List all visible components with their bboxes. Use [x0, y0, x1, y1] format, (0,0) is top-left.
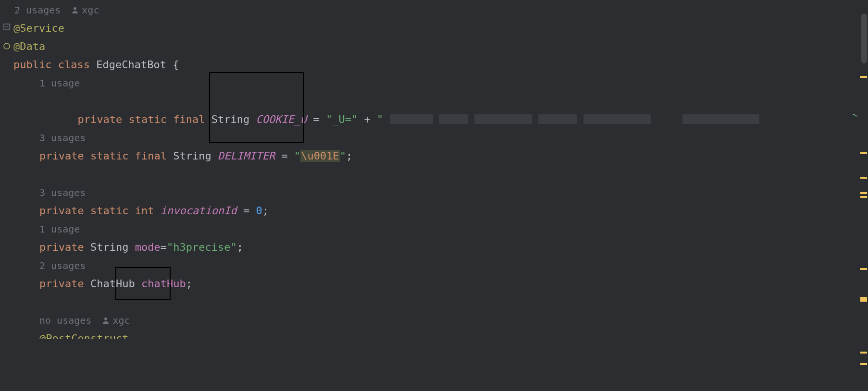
code-line[interactable]: private static final String DELIMITER = … [13, 147, 868, 165]
warning-marker[interactable] [860, 76, 867, 78]
person-icon [71, 6, 79, 14]
inlay-hint: 3 usages [13, 183, 868, 202]
squiggle-icon [853, 108, 857, 112]
inlay-hint: 3 usages [13, 129, 868, 147]
svg-point-3 [74, 7, 76, 10]
author-hint: xgc [71, 1, 99, 19]
class-icon[interactable] [3, 40, 11, 48]
svg-point-4 [104, 318, 107, 320]
svg-point-2 [4, 43, 10, 49]
code-editor[interactable]: 2 usages xgc @Service @Data public class… [0, 0, 868, 391]
warning-marker[interactable] [860, 152, 867, 154]
marker-bar[interactable] [859, 0, 868, 391]
code-line[interactable] [13, 110, 868, 129]
code-line[interactable]: private ChatHub chatHub; [13, 275, 868, 293]
code-line[interactable] [13, 293, 868, 311]
warning-marker[interactable] [860, 363, 867, 365]
warning-marker[interactable] [860, 196, 867, 198]
annotation: @Service [13, 22, 64, 34]
warning-marker[interactable] [860, 192, 867, 194]
code-line[interactable]: private static int invocationId = 0; [13, 202, 868, 220]
code-line[interactable]: @Service [13, 19, 868, 37]
code-line[interactable]: @PostConstruct [13, 330, 868, 339]
warning-marker[interactable] [860, 177, 867, 179]
author-hint: xgc [102, 311, 130, 330]
code-line[interactable]: public class EdgeChatBot { [13, 56, 868, 74]
usage-count: 2 usages [14, 1, 61, 19]
inlay-hint: no usages xgc [13, 311, 868, 330]
warning-marker[interactable] [860, 297, 867, 302]
person-icon [102, 317, 110, 324]
error-stripe [853, 0, 857, 391]
code-content[interactable]: 2 usages xgc @Service @Data public class… [13, 0, 868, 391]
code-line[interactable]: private static final String COOKIE_U = "… [13, 92, 868, 110]
scrollbar-thumb[interactable] [861, 13, 867, 63]
editor-gutter [0, 0, 13, 391]
warning-marker[interactable] [860, 268, 867, 270]
fold-minus-icon[interactable] [3, 21, 11, 29]
inlay-hint-class: 2 usages xgc [13, 1, 868, 19]
warning-marker[interactable] [860, 352, 867, 354]
code-line[interactable] [13, 165, 868, 183]
code-line[interactable]: @Data [13, 37, 868, 56]
caret-line-highlight [0, 92, 868, 110]
inlay-hint: 1 usage [13, 74, 868, 92]
inlay-hint: 1 usage [13, 220, 868, 238]
code-line[interactable]: private String mode="h3precise"; [13, 238, 868, 257]
inlay-hint: 2 usages [13, 257, 868, 275]
author-name: xgc [82, 1, 99, 19]
annotation: @Data [13, 40, 45, 52]
